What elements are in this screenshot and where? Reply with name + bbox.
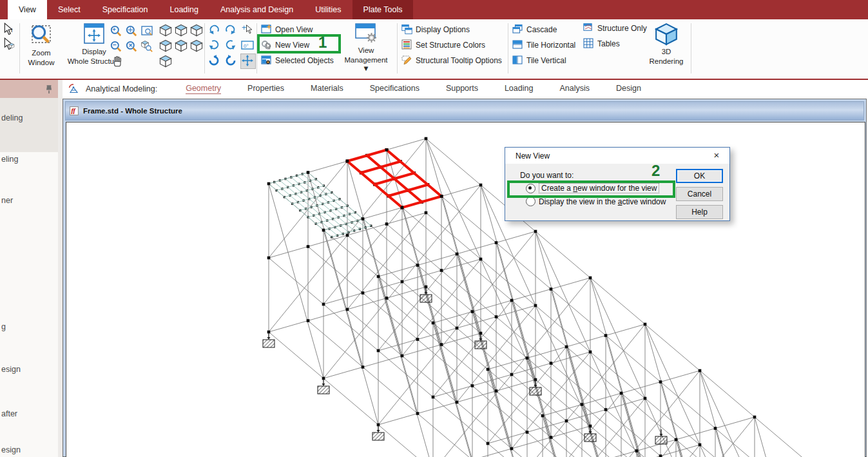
support-symbol [263, 333, 275, 347]
sidebar-item[interactable]: esign [1, 445, 21, 454]
ribbon-tab-plate-tools[interactable]: Plate Tools [352, 0, 414, 19]
pin-icon[interactable] [44, 84, 54, 94]
set-structure-colors-button[interactable]: Set Structure Colors [401, 39, 485, 50]
annotation-box-1 [257, 34, 341, 53]
cascade-icon [512, 24, 523, 35]
rotate-down-icon[interactable] [224, 39, 238, 53]
structure-only-label: Structure Only [597, 24, 647, 33]
tile-vertical-button[interactable]: Tile Vertical [512, 55, 566, 66]
sidebar-splitter[interactable] [58, 80, 63, 457]
workflow-item-analysis[interactable]: Analysis [559, 84, 590, 94]
rotate-left-icon[interactable] [207, 23, 222, 37]
view-front-icon[interactable] [159, 39, 173, 53]
svg-text:✕: ✕ [128, 43, 133, 48]
ribbon-tab-specification[interactable]: Specification [92, 0, 159, 19]
sidebar-item[interactable]: g [1, 322, 6, 331]
dialog-title-bar[interactable]: New View [505, 148, 729, 164]
view-back-icon[interactable] [174, 39, 188, 53]
sidebar-item[interactable]: deling [1, 113, 23, 122]
select-cursor-icon[interactable]: I [3, 23, 15, 35]
display-options-button[interactable]: Display Options [401, 24, 470, 35]
select-entity-cursor-icon[interactable] [3, 37, 15, 50]
group-separator [204, 23, 205, 73]
svg-text:−: − [113, 41, 117, 48]
workflow-item-properties[interactable]: Properties [247, 84, 284, 94]
tile-vertical-icon [512, 55, 523, 66]
zoom-window-button[interactable]: Zoom Window [22, 22, 61, 67]
workflow-item-materials[interactable]: Materials [311, 84, 343, 94]
ribbon-tab-loading[interactable]: Loading [159, 0, 210, 19]
zoom-in-icon[interactable]: + [110, 24, 122, 37]
workflow-item-supports[interactable]: Supports [446, 84, 478, 94]
view-bottom-icon[interactable] [189, 23, 204, 37]
view-left-icon[interactable] [159, 54, 173, 68]
dialog-title: New View [516, 151, 550, 160]
display-whole-structure-icon [82, 22, 106, 46]
cascade-button[interactable]: Cascade [512, 24, 557, 35]
pan-mode-icon[interactable] [241, 54, 255, 68]
rotate-up-icon[interactable] [207, 39, 222, 53]
selected-objects-button[interactable]: Selected Objects [261, 55, 334, 66]
zoom-window-label2: Window [28, 59, 55, 67]
zoom-region-icon[interactable] [140, 24, 153, 37]
view-isometric-icon[interactable] [159, 23, 173, 37]
sidebar-item[interactable]: after [1, 409, 17, 418]
workflow-item-loading[interactable]: Loading [505, 84, 534, 94]
zoom-extents-icon[interactable] [125, 24, 138, 37]
view-management-button[interactable]: View Management ▼ [340, 22, 392, 73]
workflow-item-specifications[interactable]: Specifications [370, 84, 420, 94]
redo-rotate-icon[interactable] [224, 54, 238, 68]
support-symbol [372, 425, 384, 440]
workflow-bar: Analytical Modeling: GeometryPropertiesM… [63, 80, 868, 98]
ok-button[interactable]: OK [676, 169, 723, 183]
ribbon-tab-analysis-and-design[interactable]: Analysis and Design [209, 0, 304, 19]
pan-hand-icon[interactable] [111, 55, 124, 68]
ribbon-tab-select[interactable]: Select [47, 0, 92, 19]
sidebar-header [0, 80, 58, 98]
help-button[interactable]: Help [676, 205, 723, 219]
zoom-cancel-icon[interactable]: ✕ [125, 40, 138, 53]
structural-tooltip-options-button[interactable]: Structural Tooltip Options [401, 55, 502, 66]
3d-rendering-label2: Rendering [649, 57, 683, 66]
workflow-item-design[interactable]: Design [616, 84, 641, 94]
sidebar-selected-band [0, 98, 58, 152]
radio-active-window[interactable]: Display the view in the active window [526, 197, 666, 206]
3d-rendering-button[interactable]: 3D Rendering [647, 22, 686, 66]
undo-rotate-icon[interactable] [207, 54, 222, 68]
close-icon[interactable]: × [710, 150, 723, 160]
annotation-step-1: 1 [318, 34, 327, 52]
ribbon-tab-view[interactable]: View [8, 0, 47, 19]
ribbon-tab-row: ViewSelectSpecificationLoadingAnalysis a… [0, 0, 868, 19]
workflow-item-geometry[interactable]: Geometry [186, 84, 221, 94]
sidebar-item[interactable]: eling [1, 155, 18, 164]
structure-only-button[interactable]: Structure Only [583, 23, 647, 34]
view-right-icon[interactable] [189, 39, 204, 53]
set-structure-colors-label: Set Structure Colors [416, 41, 485, 50]
svg-text:+: + [242, 23, 246, 32]
cancel-button[interactable]: Cancel [676, 187, 723, 201]
perspective-view-icon[interactable] [140, 40, 153, 53]
workflow-items: GeometryPropertiesMaterialsSpecification… [186, 84, 668, 94]
view-top-icon[interactable] [174, 23, 188, 37]
ribbon-tab-utilities[interactable]: Utilities [304, 0, 352, 19]
tables-button[interactable]: Tables [583, 38, 620, 49]
rotate-angle-icon[interactable]: 0° [241, 39, 255, 53]
view-management-label: View [358, 46, 374, 55]
display-options-icon [401, 24, 412, 35]
document-title: Frame.std - Whole Structure [83, 107, 182, 115]
selected-objects-icon [261, 55, 272, 66]
tile-horizontal-button[interactable]: Tile Horizontal [512, 39, 575, 50]
display-whole-label: Display [82, 48, 106, 56]
radio-button-unselected[interactable] [526, 197, 535, 206]
document-title-bar[interactable]: Frame.std - Whole Structure [65, 101, 864, 121]
sidebar-item[interactable]: esign [1, 365, 21, 374]
rotate-cursor-icon[interactable]: + [241, 23, 255, 37]
sidebar-item[interactable]: ner [1, 196, 13, 205]
open-view-button[interactable]: Open View [261, 24, 313, 35]
zoom-out-icon[interactable]: − [110, 40, 122, 53]
support-symbol [655, 429, 667, 444]
zoom-window-label: Zoom [32, 49, 50, 57]
rotate-right-icon[interactable] [224, 23, 238, 37]
structure-canvas[interactable] [66, 122, 865, 457]
support-symbol [420, 287, 432, 302]
